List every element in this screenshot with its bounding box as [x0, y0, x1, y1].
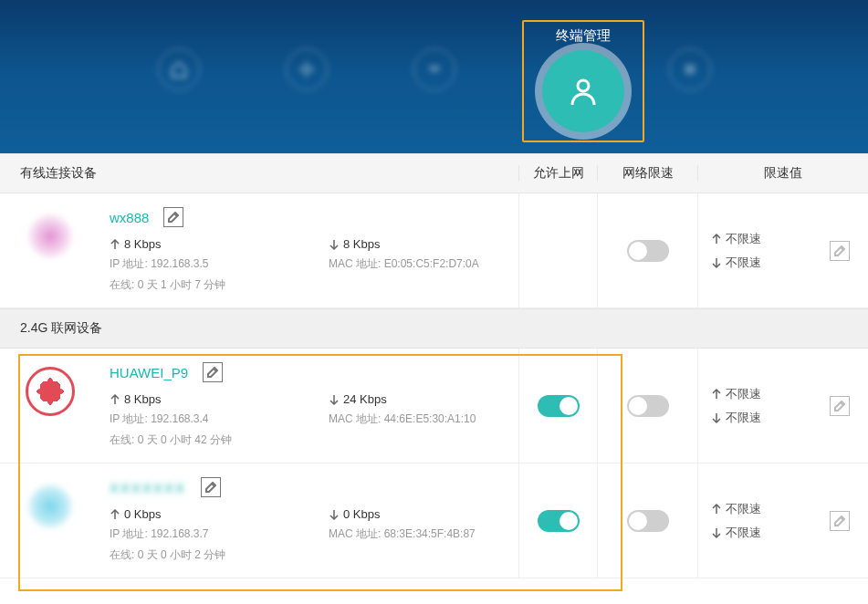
mac-address: E0:05:C5:F2:D7:0A [384, 257, 479, 270]
limit-toggle[interactable] [627, 395, 669, 417]
edit-name-button[interactable] [203, 362, 223, 382]
user-icon [542, 50, 624, 132]
device-name: wx888 [110, 210, 149, 225]
limit-down-text: 不限速 [726, 525, 761, 541]
edit-limit-button[interactable] [830, 241, 850, 261]
limit-up-text: 不限速 [726, 501, 761, 517]
limit-down-text: 不限速 [726, 255, 761, 271]
mac-address: 68:3E:34:5F:4B:87 [384, 527, 476, 540]
limit-up-text: 不限速 [726, 231, 761, 247]
allow-toggle[interactable] [538, 510, 580, 532]
download-rate: 24 Kbps [343, 392, 387, 406]
edit-name-button[interactable] [163, 207, 183, 227]
nav-item-2[interactable] [279, 24, 334, 90]
device-avatar [26, 212, 75, 261]
col-allow: 允许上网 [518, 165, 597, 182]
edit-limit-button[interactable] [830, 396, 850, 416]
limit-down-text: 不限速 [726, 410, 761, 426]
nav-active-label: 终端管理 [556, 27, 611, 45]
limit-toggle[interactable] [627, 510, 669, 532]
mac-address: 44:6E:E5:30:A1:10 [384, 412, 476, 425]
edit-name-button[interactable] [201, 477, 221, 497]
device-row-24g-0: HUAWEI_P9 8 Kbps IP 地址: 192.168.3.4 在线: … [0, 349, 868, 463]
nav-item-terminal-mgmt[interactable]: 终端管理 [522, 20, 644, 142]
table-header-wired: 有线连接设备 允许上网 网络限速 限速值 [0, 153, 868, 193]
ip-address: 192.168.3.4 [151, 412, 208, 425]
device-avatar-huawei-icon [26, 367, 75, 416]
svg-point-1 [303, 66, 309, 72]
section-24g: HUAWEI_P9 8 Kbps IP 地址: 192.168.3.4 在线: … [0, 349, 868, 578]
upload-rate: 8 Kbps [124, 237, 161, 251]
ip-address: 192.168.3.5 [151, 257, 208, 270]
upload-rate: 8 Kbps [124, 392, 161, 406]
edit-limit-button[interactable] [830, 511, 850, 531]
download-rate: 8 Kbps [343, 237, 380, 251]
col-value: 限速值 [697, 165, 868, 182]
allow-toggle[interactable] [538, 395, 580, 417]
device-avatar [26, 482, 75, 531]
col-device-24g: 2.4G 联网设备 [0, 320, 518, 337]
nav-item-1[interactable] [152, 24, 206, 90]
device-name: HUAWEI_P9 [110, 365, 188, 380]
col-device-wired: 有线连接设备 [0, 165, 518, 182]
device-name-redacted: XXXXXXX [110, 480, 186, 495]
col-limit: 网络限速 [597, 165, 697, 182]
online-duration: 0 天 0 小时 42 分钟 [138, 433, 232, 446]
download-rate: 0 Kbps [343, 507, 380, 521]
online-duration: 0 天 1 小时 7 分钟 [138, 278, 226, 291]
device-row-wired-0: wx888 8 Kbps IP 地址: 192.168.3.5 在线: 0 天 … [0, 193, 868, 308]
nav-item-3[interactable] [407, 24, 462, 90]
table-header-24g: 2.4G 联网设备 [0, 308, 868, 349]
online-duration: 0 天 0 小时 2 分钟 [138, 548, 226, 561]
upload-rate: 0 Kbps [124, 507, 161, 521]
nav-item-5[interactable] [663, 24, 717, 90]
limit-toggle[interactable] [627, 240, 669, 262]
device-row-24g-1: XXXXXXX 0 Kbps IP 地址: 192.168.3.7 在线: 0 … [0, 463, 868, 578]
app-header: 终端管理 [0, 0, 868, 153]
limit-up-text: 不限速 [726, 386, 761, 402]
ip-address: 192.168.3.7 [151, 527, 208, 540]
